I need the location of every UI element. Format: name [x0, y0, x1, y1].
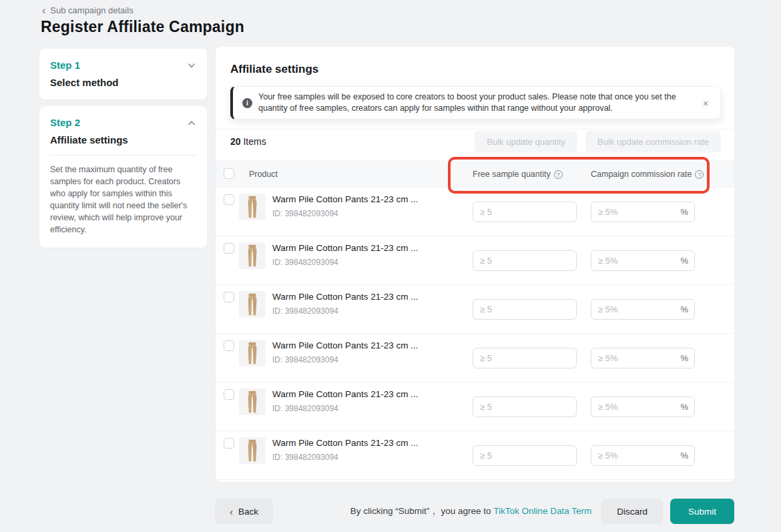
column-quantity-label: Free sample quantity — [473, 170, 551, 179]
items-count: 20 Items — [230, 136, 266, 147]
product-image — [239, 242, 266, 269]
step-2-number: Step 2 — [50, 117, 80, 128]
free-sample-quantity-input[interactable] — [473, 396, 577, 417]
submit-button[interactable]: Submit — [670, 499, 734, 524]
product-image — [239, 291, 266, 318]
table-row: Warm Pile Cotton Pants 21-23 cm ... ID: … — [216, 188, 734, 236]
question-circle-icon[interactable]: ? — [554, 170, 563, 179]
step-2-card: Step 2 Affiliate settings Set the maximu… — [39, 106, 207, 248]
info-icon: i — [242, 98, 252, 108]
pants-image — [245, 195, 260, 219]
table-row: Warm Pile Cotton Pants 21-23 cm ... ID: … — [216, 431, 734, 480]
product-name: Warm Pile Cotton Pants 21-23 cm ... — [272, 389, 459, 399]
back-button-label: Back — [238, 507, 258, 517]
items-count-value: 20 — [230, 136, 241, 147]
bulk-update-quantity-button[interactable]: Bulk update quantity — [475, 131, 577, 152]
chevron-up-icon[interactable] — [187, 118, 196, 127]
table-row: Warm Pile Cotton Pants 21-23 cm ... ID: … — [216, 382, 734, 431]
close-icon[interactable]: × — [700, 98, 711, 109]
product-name: Warm Pile Cotton Pants 21-23 cm ... — [272, 243, 459, 253]
free-sample-quantity-input[interactable] — [473, 202, 577, 222]
commission-rate-input[interactable] — [591, 396, 695, 417]
step-1-card: Step 1 Select method — [39, 49, 207, 99]
commission-rate-input[interactable] — [591, 250, 695, 271]
bulk-update-commission-rate-button[interactable]: Bulk update commission rate — [585, 131, 721, 152]
commission-rate-input[interactable] — [591, 299, 695, 320]
footer-actions: ‹ Back By clicking “Submit”， you agree t… — [215, 498, 734, 525]
step-1-label: Select method — [50, 77, 196, 88]
panel-heading: Affiliate settings — [230, 63, 318, 76]
pants-image — [245, 390, 260, 414]
breadcrumb[interactable]: ‹ Sub campaign details — [42, 5, 134, 15]
banner-text: Your free samples will be exposed to cor… — [258, 91, 692, 114]
pants-image — [245, 292, 260, 316]
product-id: ID: 398482093094 — [272, 355, 459, 364]
row-checkbox[interactable] — [224, 194, 234, 205]
table-header: Product Free sample quantity ? Campaign … — [216, 160, 734, 188]
tiktok-online-data-term-link[interactable]: TikTok Online Data Term — [493, 506, 591, 516]
table-toolbar: 20 Items Bulk update quantity Bulk updat… — [230, 131, 721, 152]
commission-rate-input[interactable] — [591, 445, 695, 466]
row-checkbox[interactable] — [224, 340, 234, 351]
pants-image — [245, 244, 260, 268]
info-banner: i Your free samples will be exposed to c… — [230, 86, 721, 119]
product-id: ID: 398482093094 — [272, 258, 459, 267]
row-checkbox[interactable] — [224, 243, 234, 254]
breadcrumb-label: Sub campaign details — [50, 5, 133, 15]
back-button[interactable]: ‹ Back — [215, 499, 273, 524]
register-affiliate-campaign-page: ‹ Sub campaign details Register Affiliat… — [0, 0, 781, 532]
step-2-description: Set the maximum quantity of free samples… — [50, 164, 196, 236]
product-image — [239, 340, 266, 366]
select-all-checkbox[interactable] — [224, 168, 234, 179]
product-name: Warm Pile Cotton Pants 21-23 cm ... — [272, 438, 459, 448]
back-chevron-icon: ‹ — [42, 6, 45, 15]
commission-rate-input[interactable] — [591, 202, 695, 222]
agreement-prefix: By clicking “Submit”， you agree to — [350, 506, 493, 516]
chevron-left-icon: ‹ — [230, 506, 233, 517]
column-campaign-commission-rate: Campaign commission rate ? — [591, 170, 704, 179]
table-row: Warm Pile Cotton Pants 21-23 cm ... ID: … — [216, 334, 734, 382]
page-title: Register Affiliate Campaign — [41, 18, 244, 36]
row-checkbox[interactable] — [224, 292, 234, 302]
question-circle-icon[interactable]: ? — [695, 170, 704, 179]
product-image — [239, 388, 266, 415]
row-checkbox[interactable] — [224, 438, 234, 449]
step-1-number: Step 1 — [50, 59, 80, 71]
pants-image — [245, 341, 260, 365]
pants-image — [245, 439, 260, 463]
product-id: ID: 398482093094 — [272, 209, 459, 218]
free-sample-quantity-input[interactable] — [473, 445, 577, 466]
product-image — [239, 437, 266, 464]
product-id: ID: 398482093094 — [272, 404, 459, 413]
free-sample-quantity-input[interactable] — [473, 348, 577, 368]
product-name: Warm Pile Cotton Pants 21-23 cm ... — [272, 194, 459, 204]
column-product: Product — [249, 170, 278, 179]
free-sample-quantity-input[interactable] — [473, 250, 577, 271]
discard-button[interactable]: Discard — [601, 499, 663, 524]
table-body: Warm Pile Cotton Pants 21-23 cm ... ID: … — [216, 188, 734, 480]
divider — [50, 155, 196, 156]
product-name: Warm Pile Cotton Pants 21-23 cm ... — [272, 340, 459, 350]
items-count-label: Items — [243, 136, 266, 147]
agreement-text: By clicking “Submit”， you agree to TikTo… — [350, 505, 591, 517]
column-free-sample-quantity: Free sample quantity ? — [473, 170, 563, 179]
step-2-label: Affiliate settings — [50, 134, 196, 146]
product-name: Warm Pile Cotton Pants 21-23 cm ... — [272, 292, 459, 302]
table-row: Warm Pile Cotton Pants 21-23 cm ... ID: … — [216, 285, 734, 334]
free-sample-quantity-input[interactable] — [473, 299, 577, 320]
product-id: ID: 398482093094 — [272, 306, 459, 316]
product-id: ID: 398482093094 — [272, 453, 459, 462]
product-image — [239, 194, 266, 220]
commission-rate-input[interactable] — [591, 348, 695, 368]
table-row: Warm Pile Cotton Pants 21-23 cm ... ID: … — [216, 236, 734, 285]
affiliate-settings-panel: Affiliate settings i Your free samples w… — [216, 47, 734, 482]
column-commission-label: Campaign commission rate — [591, 170, 692, 179]
chevron-down-icon[interactable] — [187, 61, 196, 70]
row-checkbox[interactable] — [224, 389, 234, 400]
divider — [216, 129, 734, 129]
